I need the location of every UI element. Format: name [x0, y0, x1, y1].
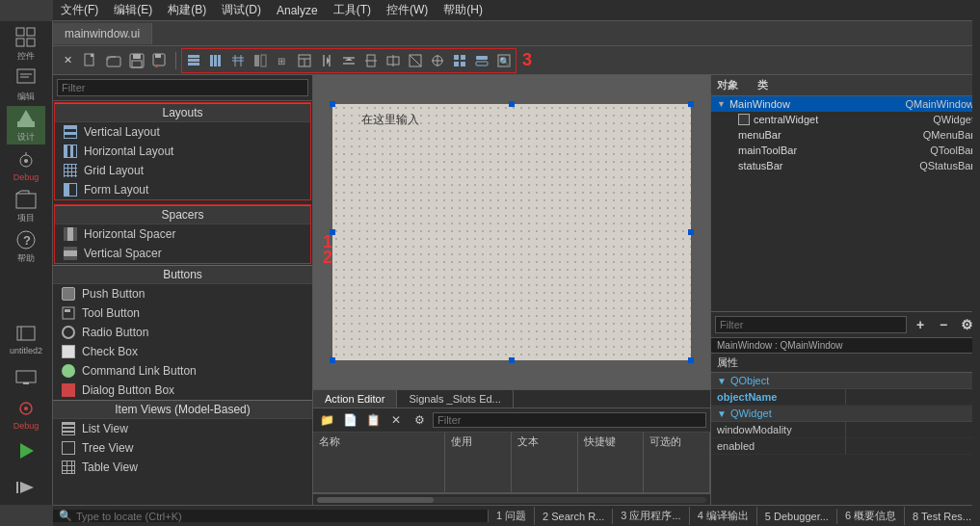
status-item-2[interactable]: 2 Search R... [535, 509, 613, 524]
handle-tl[interactable] [330, 101, 335, 107]
status-item-3[interactable]: 3 应用程序... [613, 507, 689, 525]
menu-help[interactable]: 帮助(H) [436, 0, 490, 20]
bottom-filter-input[interactable] [433, 412, 706, 428]
category-layouts[interactable]: Layouts [55, 103, 310, 122]
widget-command-link[interactable]: Command Link Button [53, 361, 312, 381]
toolbar-btn-6[interactable] [294, 50, 315, 71]
scrollbar-thumb[interactable] [317, 497, 434, 503]
widget-tree-view[interactable]: Tree View [53, 438, 312, 458]
canvas-container[interactable]: 1 2 在这里输入 [313, 75, 710, 389]
toolbar-btn-11[interactable] [405, 50, 426, 71]
props-minus-btn[interactable]: − [934, 315, 953, 334]
tab-action-editor[interactable]: Action Editor [313, 390, 397, 408]
props-filter-input[interactable] [715, 316, 907, 333]
object-row-toolbar[interactable]: mainToolBar QToolBar [711, 143, 980, 158]
toolbar-btn-close[interactable]: ✕ [57, 50, 78, 71]
handle-bc[interactable] [509, 357, 515, 363]
props-val-windowmodality[interactable] [846, 428, 980, 432]
toolbar-btn-3[interactable] [227, 50, 249, 71]
toolbar-btn-saveall[interactable] [149, 50, 171, 71]
sidebar-widget-btn[interactable]: 控件 [7, 25, 45, 64]
status-item-6[interactable]: 6 概要信息 [837, 507, 905, 525]
props-val-objectname[interactable] [846, 395, 980, 399]
menu-analyze[interactable]: Analyze [269, 2, 326, 19]
menu-build[interactable]: 构建(B) [160, 0, 214, 20]
widget-list-view[interactable]: List View [53, 419, 312, 438]
toolbar-btn-9[interactable] [360, 50, 382, 71]
props-section-qobject[interactable]: ▼ QObject [711, 373, 980, 389]
widget-horizontal-layout[interactable]: Horizontal Layout [55, 142, 310, 161]
bottom-btn-delete[interactable]: ✕ [386, 410, 406, 430]
object-row-mainwindow[interactable]: ▼ MainWindow QMainWindow [711, 96, 980, 112]
toolbar-btn-15[interactable]: 🔍 [493, 50, 515, 71]
widget-grid-layout[interactable]: Grid Layout [55, 161, 310, 180]
widget-filter-input[interactable] [57, 79, 308, 96]
menu-controls[interactable]: 控件(W) [379, 0, 436, 20]
sidebar-debug-btn[interactable]: Debug [7, 146, 45, 185]
toolbar-btn-save[interactable] [126, 50, 147, 71]
status-item-1[interactable]: 1 问题 [489, 507, 535, 525]
status-item-7[interactable]: 8 Test Res... [905, 509, 980, 524]
object-row-menubar[interactable]: menuBar QMenuBar [711, 127, 980, 143]
bottom-btn-open[interactable]: 📄 [340, 410, 359, 430]
widget-horizontal-spacer[interactable]: Horizontal Spacer [55, 224, 310, 244]
toolbar-btn-new[interactable] [80, 50, 101, 71]
toolbar-btn-14[interactable] [471, 50, 492, 71]
handle-br[interactable] [688, 357, 694, 363]
sidebar-monitor-btn[interactable] [7, 360, 45, 395]
status-item-5[interactable]: 5 Debugger... [757, 509, 837, 524]
toolbar-btn-7[interactable] [316, 50, 337, 71]
sidebar-edit-btn[interactable]: 编辑 [7, 66, 45, 104]
props-val-enabled[interactable] [846, 444, 980, 448]
status-search-input[interactable] [76, 511, 230, 522]
toolbar-btn-2[interactable] [205, 50, 226, 71]
handle-bl[interactable] [330, 357, 335, 363]
sidebar-untitled-btn[interactable]: untitled2 [7, 320, 45, 358]
design-canvas[interactable]: 在这里输入 [332, 104, 691, 360]
props-section-qwidget[interactable]: ▼ QWidget [711, 406, 980, 422]
props-scrollbar[interactable] [972, 0, 980, 526]
toolbar-btn-8[interactable] [338, 50, 359, 71]
handle-mr[interactable] [688, 229, 694, 235]
object-row-centralwidget[interactable]: centralWidget QWidget [711, 112, 980, 127]
bottom-btn-copy[interactable]: 📋 [363, 410, 383, 430]
toolbar-btn-12[interactable] [427, 50, 448, 71]
sidebar-more-btn[interactable] [7, 470, 45, 505]
category-item-views[interactable]: Item Views (Model-Based) [53, 400, 312, 419]
widget-check-box[interactable]: Check Box [53, 342, 312, 361]
menu-file[interactable]: 文件(F) [53, 0, 106, 20]
widget-radio-button[interactable]: Radio Button [53, 323, 312, 342]
sidebar-help-btn[interactable]: ? 帮助 [7, 227, 45, 266]
menu-edit[interactable]: 编辑(E) [106, 0, 160, 20]
toolbar-btn-5[interactable]: ⊞ [272, 50, 293, 71]
widget-vertical-spacer[interactable]: Vertical Spacer [55, 244, 310, 263]
toolbar-btn-open[interactable] [103, 50, 124, 71]
toolbar-btn-4[interactable] [250, 50, 271, 71]
widget-table-view[interactable]: Table View [53, 458, 312, 477]
sidebar-debug2-btn[interactable]: Debug [7, 397, 45, 432]
widget-dialog-box[interactable]: Dialog Button Box [53, 381, 312, 400]
object-row-statusbar[interactable]: statusBar QStatusBar [711, 158, 980, 173]
widget-form-layout[interactable]: Form Layout [55, 180, 310, 199]
toolbar-btn-10[interactable] [383, 50, 404, 71]
handle-tc[interactable] [509, 101, 515, 107]
widget-vertical-layout[interactable]: Vertical Layout [55, 122, 310, 142]
props-plus-btn[interactable]: + [911, 315, 930, 334]
tab-signals-slots[interactable]: Signals _Slots Ed... [397, 390, 513, 408]
bottom-scrollbar[interactable] [313, 493, 710, 505]
handle-tr[interactable] [688, 101, 694, 107]
category-buttons[interactable]: Buttons [53, 265, 312, 284]
bottom-btn-settings[interactable]: ⚙ [410, 410, 429, 430]
toolbar-btn-13[interactable] [449, 50, 470, 71]
widget-push-button[interactable]: Push Button [53, 284, 312, 303]
category-spacers[interactable]: Spacers [55, 205, 310, 224]
widget-tool-button[interactable]: Tool Button [53, 303, 312, 323]
sidebar-design-btn[interactable]: 设计 [7, 106, 45, 145]
status-search[interactable]: 🔍 [53, 510, 489, 522]
toolbar-btn-1[interactable] [183, 50, 204, 71]
sidebar-run-btn[interactable] [7, 434, 45, 468]
status-item-4[interactable]: 4 编译输出 [690, 507, 757, 525]
sidebar-project-btn[interactable]: 项目 [7, 187, 45, 225]
file-tab-item[interactable]: mainwindow.ui [53, 23, 152, 44]
bottom-btn-new[interactable]: 📁 [317, 410, 336, 430]
